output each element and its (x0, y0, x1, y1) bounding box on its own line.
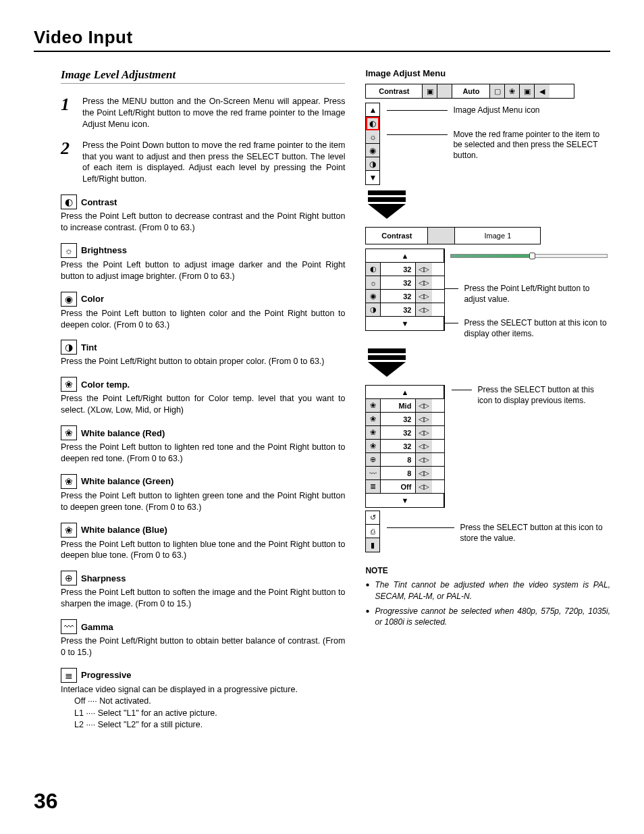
callout-other: Press the SELECT button at this icon to … (464, 318, 610, 339)
adj-desc: Press the Point Left/Right button to obt… (61, 356, 345, 367)
adj-title: Color (81, 294, 104, 304)
row-icon: ❀ (366, 426, 381, 439)
slider (448, 254, 610, 258)
menubar-icon: ▣ (520, 84, 535, 98)
tint-icon: ◑ (61, 340, 77, 355)
menubar-main-label: Contrast (366, 84, 423, 98)
adj-wb-green: ❀ White balance (Green) Press the Point … (61, 474, 345, 513)
row-value: 32 (381, 413, 416, 425)
step-1: 1 Press the MENU button and the On-Scree… (61, 96, 345, 130)
prog-mode-l2: L2 ···· Select "L2" for a still picture. (74, 719, 345, 731)
wb-green-icon: ❀ (61, 474, 77, 489)
osd-menubar: Contrast ▣ Auto ▢ ❀ ▣ ◀ (365, 84, 574, 99)
callout-pointer: Move the red frame pointer to the item t… (453, 130, 610, 161)
row-icon: ❀ (366, 440, 381, 452)
callout-line (387, 527, 454, 528)
adj-gamma: 〰 Gamma Press the Point Left/Right butto… (61, 619, 345, 658)
row-icon: ☼ (366, 276, 381, 289)
lr-arrows-icon: ◁▷ (416, 467, 432, 479)
down-arrow-icon: ▼ (366, 171, 379, 184)
row-icon: ⊕ (366, 453, 381, 466)
callout-line (452, 390, 472, 390)
bullet-icon: ● (365, 606, 369, 627)
menubar-icon: ▣ (423, 84, 437, 98)
adj-tint: ◑ Tint Press the Point Left/Right button… (61, 340, 345, 367)
adj-desc: Press the Point Left button to lighten b… (61, 539, 345, 562)
row-value: 32 (381, 276, 416, 289)
brightness-icon: ☼ (61, 243, 77, 258)
wb-blue-icon: ❀ (61, 523, 77, 538)
row-value: 32 (381, 263, 416, 276)
osd-icon-column: ▲ ◐ ☼ ◉ ◑ ▼ (365, 103, 380, 185)
panel-head-image: Image 1 (455, 228, 540, 244)
callout-line (387, 134, 448, 135)
lr-arrows-icon: ◁▷ (416, 440, 432, 452)
lr-arrows-icon: ◁▷ (416, 399, 432, 412)
adj-title: Gamma (81, 622, 113, 632)
lr-arrows-icon: ◁▷ (416, 290, 432, 303)
reset-icon: ↺ (366, 511, 379, 525)
row-value: 8 (381, 467, 416, 479)
adj-title: Brightness (81, 245, 127, 255)
adj-title: White balance (Red) (81, 428, 165, 438)
lr-arrows-icon: ◁▷ (416, 480, 432, 493)
menubar-icon: ◀ (535, 84, 549, 98)
callout-line (445, 323, 458, 323)
adj-desc: Press the Point Left button to lighten r… (61, 442, 345, 465)
value-list: ▲ ❀Mid◁▷ ❀32◁▷ ❀32◁▷ ❀32◁▷ ⊕8◁▷ 〰8◁▷ ≣Of… (365, 385, 445, 508)
row-icon: ◐ (366, 263, 381, 276)
note-heading: NOTE (365, 566, 610, 575)
flow-arrow-icon (368, 348, 610, 377)
figure-title: Image Adjust Menu (365, 68, 610, 78)
down-arrow-icon: ▼ (366, 317, 444, 330)
menubar-icon: ❀ (505, 84, 520, 98)
adj-contrast: ◐ Contrast Press the Point Left button t… (61, 194, 345, 234)
row-value: 32 (381, 290, 416, 303)
adj-title: Color temp. (81, 380, 130, 390)
callout-adjust: Press the Point Left/Right button to adj… (464, 284, 610, 305)
panel-head-contrast: Contrast (366, 228, 428, 244)
adj-title: White balance (Blue) (81, 525, 167, 535)
adj-desc: Press the Point Left/Right button for Co… (61, 393, 345, 416)
adj-title: Tint (81, 342, 97, 353)
adj-sharpness: ⊕ Sharpness Press the Point Left button … (61, 571, 345, 610)
adj-wb-blue: ❀ White balance (Blue) Press the Point L… (61, 523, 345, 562)
callout-line (387, 110, 448, 111)
gamma-icon: 〰 (61, 619, 77, 634)
step-text: Press the Point Down button to move the … (82, 140, 345, 186)
osd-tool-column: ↺ ⎙ ▮ (365, 511, 380, 552)
row-icon: ❀ (366, 399, 381, 412)
adj-desc: Press the Point Left button to adjust im… (61, 259, 345, 282)
adj-brightness: ☼ Brightness Press the Point Left button… (61, 243, 345, 282)
lr-arrows-icon: ◁▷ (416, 426, 432, 439)
callout-line (445, 288, 458, 289)
callout-menu-icon: Image Adjust Menu icon (453, 105, 539, 116)
wb-red-icon: ❀ (61, 425, 77, 440)
adj-desc: Press the Point Left button to soften th… (61, 587, 345, 610)
lr-arrows-icon: ◁▷ (416, 263, 432, 276)
step-text: Press the MENU button and the On-Screen … (82, 96, 345, 130)
section-title: Image Level Adjustment (61, 68, 345, 84)
brightness-row-icon: ☼ (366, 130, 379, 144)
row-value: 32 (381, 303, 416, 316)
note-text: Progressive cannot be selected when 480p… (375, 606, 610, 627)
sharpness-icon: ⊕ (61, 571, 77, 585)
prog-mode-off: Off ···· Not activated. (74, 696, 345, 707)
row-value: 8 (381, 453, 416, 466)
page-title: Video Input (34, 27, 610, 52)
store-icon: ⎙ (366, 525, 379, 538)
left-column: Image Level Adjustment 1 Press the MENU … (61, 68, 345, 740)
adj-desc: Press the Point Left button to lighten c… (61, 308, 345, 331)
flow-arrow-icon (368, 190, 610, 219)
progressive-icon: ≣ (61, 668, 77, 683)
contrast-icon: ◐ (61, 194, 77, 209)
adj-color-temp: ❀ Color temp. Press the Point Left/Right… (61, 377, 345, 416)
up-arrow-icon: ▲ (366, 386, 444, 398)
contrast-row-icon: ◐ (366, 117, 379, 130)
quit-icon: ▮ (366, 538, 379, 552)
lr-arrows-icon: ◁▷ (416, 276, 432, 289)
color-temp-icon: ❀ (61, 377, 77, 392)
adj-title: Sharpness (81, 573, 126, 583)
adj-desc: Interlace video signal can be displayed … (61, 684, 345, 696)
up-arrow-icon: ▲ (366, 249, 444, 262)
